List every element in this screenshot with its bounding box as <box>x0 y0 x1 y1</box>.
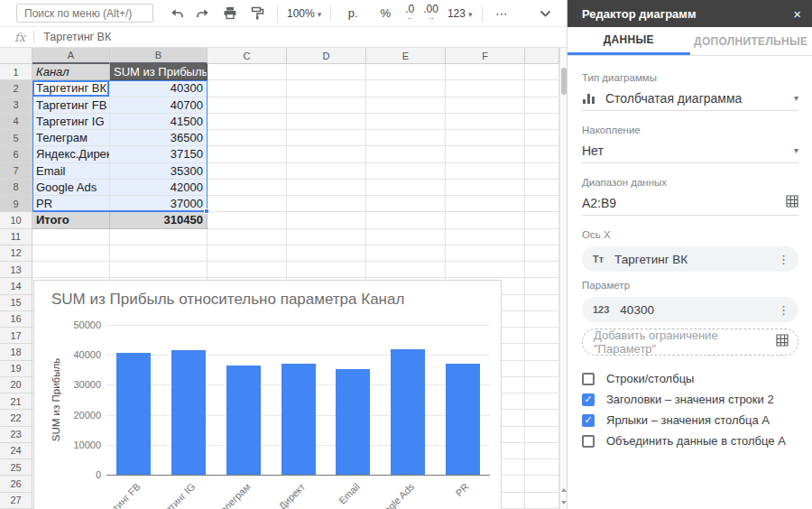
cell-E12[interactable] <box>366 245 446 262</box>
number-format-button[interactable]: 123 <box>448 7 473 20</box>
cell-D10[interactable] <box>287 212 366 228</box>
cell-C11[interactable] <box>208 229 287 245</box>
cell-C7[interactable] <box>208 163 287 180</box>
cell-D2[interactable] <box>287 80 366 97</box>
cell-D6[interactable] <box>287 146 366 162</box>
corner-box[interactable] <box>0 48 32 64</box>
checkbox-unchecked[interactable] <box>582 373 595 385</box>
row-header-9[interactable]: 9 <box>0 196 32 212</box>
cell-D3[interactable] <box>287 97 366 114</box>
select-range-grid-icon[interactable] <box>776 334 789 350</box>
cell-B1[interactable]: SUM из Прибыль <box>110 64 208 80</box>
cell-x5[interactable] <box>525 130 559 146</box>
cell-B2[interactable]: 40300 <box>110 80 208 97</box>
menu-search-input[interactable] <box>16 4 153 23</box>
cell-x15[interactable] <box>525 295 559 311</box>
cell-C5[interactable] <box>208 130 287 146</box>
cell-x7[interactable] <box>525 163 559 180</box>
row-header-15[interactable]: 15 <box>0 295 32 311</box>
row-header-5[interactable]: 5 <box>0 130 32 146</box>
row-header-24[interactable]: 24 <box>0 443 32 459</box>
decrease-decimal-button[interactable]: .0← <box>405 5 414 23</box>
cell-B7[interactable]: 35300 <box>110 163 208 180</box>
paint-format-icon[interactable] <box>246 3 268 24</box>
cell-B12[interactable] <box>110 245 208 262</box>
cell-x23[interactable] <box>525 427 559 443</box>
zoom-select[interactable]: 100% <box>287 3 321 24</box>
cell-B3[interactable]: 40700 <box>110 97 208 114</box>
cell-B10[interactable]: 310450 <box>110 212 208 228</box>
cell-A9[interactable]: PR <box>32 196 110 212</box>
row-header-6[interactable]: 6 <box>0 146 32 162</box>
checkbox-row-2[interactable]: ✓Ярлыки – значения столбца A <box>582 410 798 430</box>
cell-A4[interactable]: Таргетинг IG <box>32 114 110 130</box>
row-header-1[interactable]: 1 <box>0 64 32 80</box>
formula-input[interactable]: Таргетинг ВК <box>43 31 111 43</box>
increase-decimal-button[interactable]: .00→ <box>423 5 438 23</box>
cell-E2[interactable] <box>366 80 446 97</box>
cell-A11[interactable] <box>32 229 110 245</box>
checkbox-row-1[interactable]: ✓Заголовки – значения строки 2 <box>582 389 798 410</box>
cell-C6[interactable] <box>208 146 287 162</box>
format-percent-button[interactable]: % <box>374 3 396 24</box>
more-vert-icon[interactable]: ⋮ <box>778 303 789 317</box>
checkbox-unchecked[interactable] <box>582 435 595 448</box>
row-header-18[interactable]: 18 <box>0 344 32 360</box>
cell-D13[interactable] <box>287 262 366 278</box>
row-header-25[interactable]: 25 <box>0 459 32 476</box>
cell-C8[interactable] <box>208 180 287 196</box>
cell-A6[interactable]: Яндекс.Директ <box>32 146 110 162</box>
cell-F2[interactable] <box>446 80 525 97</box>
cell-x14[interactable] <box>525 278 559 294</box>
cell-C1[interactable] <box>208 64 287 80</box>
column-header-D[interactable]: D <box>287 48 366 64</box>
cell-x19[interactable] <box>525 361 559 377</box>
row-header-21[interactable]: 21 <box>0 393 32 410</box>
row-header-8[interactable]: 8 <box>0 180 32 196</box>
close-icon[interactable]: × <box>793 7 801 21</box>
data-range-input[interactable]: A2:B9 <box>582 194 798 216</box>
cell-F8[interactable] <box>446 180 525 196</box>
cell-B11[interactable] <box>110 229 208 245</box>
row-header-23[interactable]: 23 <box>0 427 32 443</box>
row-header-17[interactable]: 17 <box>0 328 32 344</box>
stacking-select[interactable]: Нет <box>582 142 798 163</box>
row-header-11[interactable]: 11 <box>0 229 32 245</box>
cell-D9[interactable] <box>287 196 366 212</box>
format-currency-button[interactable]: р. <box>342 3 364 24</box>
cell-x6[interactable] <box>525 146 559 162</box>
cell-x25[interactable] <box>525 459 559 476</box>
cell-C12[interactable] <box>208 245 287 262</box>
cell-x11[interactable] <box>525 229 559 245</box>
cell-x22[interactable] <box>525 410 559 426</box>
row-header-3[interactable]: 3 <box>0 97 32 114</box>
cell-E11[interactable] <box>366 229 446 245</box>
cell-B13[interactable] <box>110 262 208 278</box>
parameter-chip[interactable]: 123 40300 ⋮ <box>582 297 798 322</box>
column-header-B[interactable]: B <box>110 48 208 64</box>
cell-D7[interactable] <box>287 163 366 180</box>
cell-A3[interactable]: Таргетинг FB <box>32 97 110 114</box>
row-header-13[interactable]: 13 <box>0 262 32 278</box>
cell-E8[interactable] <box>366 180 446 196</box>
cell-D12[interactable] <box>287 245 366 262</box>
checkbox-row-0[interactable]: Строки/столбцы <box>582 368 798 389</box>
redo-icon[interactable] <box>192 3 214 24</box>
print-icon[interactable] <box>219 3 241 24</box>
add-constraint-button[interactable]: Добавить ограничение "Параметр" <box>582 329 798 356</box>
cell-D5[interactable] <box>287 130 366 146</box>
cell-C13[interactable] <box>208 262 287 278</box>
cell-F13[interactable] <box>446 262 525 278</box>
cell-A13[interactable] <box>32 262 110 278</box>
cell-F9[interactable] <box>446 196 525 212</box>
cell-A5[interactable]: Телеграм <box>32 130 110 146</box>
checkbox-checked[interactable]: ✓ <box>582 393 595 406</box>
cell-E13[interactable] <box>366 262 446 278</box>
cell-E1[interactable] <box>366 64 446 80</box>
cell-F1[interactable] <box>446 64 525 80</box>
cell-A1[interactable]: Канал <box>32 64 110 80</box>
cell-B4[interactable]: 41500 <box>110 114 208 130</box>
cell-B5[interactable]: 36500 <box>110 130 208 146</box>
x-axis-chip[interactable]: Тт Таргетинг ВК ⋮ <box>582 246 798 272</box>
column-header-partial[interactable] <box>525 48 559 64</box>
